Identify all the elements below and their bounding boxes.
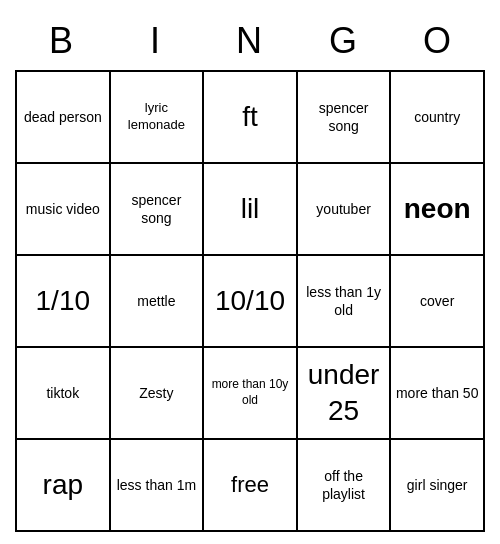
cell-3-2: more than 10y old — [204, 348, 298, 440]
cell-1-4: neon — [391, 164, 485, 256]
cell-3-3: under 25 — [298, 348, 392, 440]
cell-1-0: music video — [17, 164, 111, 256]
cell-4-3: off the playlist — [298, 440, 392, 532]
bingo-header: B I N G O — [15, 12, 485, 70]
cell-4-2: free — [204, 440, 298, 532]
header-o: O — [391, 20, 485, 62]
cell-4-0: rap — [17, 440, 111, 532]
header-b: B — [15, 20, 109, 62]
cell-2-4: cover — [391, 256, 485, 348]
cell-0-0: dead person — [17, 72, 111, 164]
cell-1-2: lil — [204, 164, 298, 256]
cell-3-4: more than 50 — [391, 348, 485, 440]
cell-3-1: Zesty — [111, 348, 205, 440]
cell-0-2: ft — [204, 72, 298, 164]
cell-2-0: 1/10 — [17, 256, 111, 348]
cell-4-4: girl singer — [391, 440, 485, 532]
header-n: N — [203, 20, 297, 62]
cell-0-4: country — [391, 72, 485, 164]
bingo-card: B I N G O dead person lyric lemonade ft … — [15, 12, 485, 532]
cell-2-2: 10/10 — [204, 256, 298, 348]
cell-1-3: youtuber — [298, 164, 392, 256]
cell-1-1: spencer song — [111, 164, 205, 256]
cell-0-1: lyric lemonade — [111, 72, 205, 164]
cell-2-3: less than 1y old — [298, 256, 392, 348]
cell-2-1: mettle — [111, 256, 205, 348]
cell-0-3: spencer song — [298, 72, 392, 164]
header-g: G — [297, 20, 391, 62]
cell-4-1: less than 1m — [111, 440, 205, 532]
cell-3-0: tiktok — [17, 348, 111, 440]
header-i: I — [109, 20, 203, 62]
bingo-grid: dead person lyric lemonade ft spencer so… — [15, 70, 485, 532]
